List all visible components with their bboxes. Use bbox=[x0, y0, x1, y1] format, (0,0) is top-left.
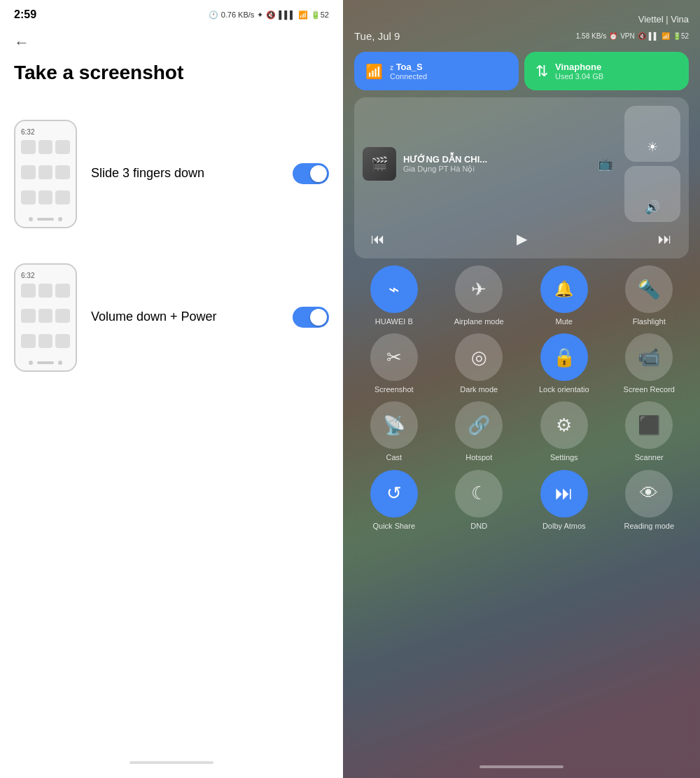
hotspot-button[interactable]: 🔗 bbox=[455, 401, 503, 449]
nav-bar bbox=[37, 361, 54, 364]
data-carrier-name: Vinaphone bbox=[555, 62, 603, 72]
screenshot-label: Screenshot bbox=[374, 385, 414, 394]
brightness-card[interactable]: ☀ bbox=[624, 106, 680, 162]
mockup-time-1: 6:32 bbox=[21, 128, 70, 136]
vpn-icon: VPN bbox=[620, 32, 635, 40]
settings-button[interactable]: ⚙ bbox=[540, 401, 588, 449]
ctrl-airplane: ✈ Airplane mode bbox=[440, 265, 519, 326]
screenshot-icon: ✂ bbox=[386, 347, 402, 368]
alarm-icon: ⏰ bbox=[609, 32, 617, 40]
option-label-2: Volume down + Power bbox=[91, 309, 279, 325]
ctrl-dnd: ☾ DND bbox=[440, 470, 519, 531]
app-icon bbox=[38, 190, 53, 204]
option-content-1: Slide 3 fingers down bbox=[91, 165, 279, 181]
mute-icon: 🔔 bbox=[554, 280, 573, 298]
cast-button[interactable]: 📡 bbox=[370, 401, 418, 449]
screenshot-button[interactable]: ✂ bbox=[370, 333, 418, 381]
status-bar: 2:59 🕐 0.76 KB/s ✦ 🔇 ▌▌▌ 📶 🔋52 bbox=[0, 0, 343, 27]
app-icon bbox=[38, 284, 53, 298]
controls-row2: ✂ Screenshot ◎ Dark mode 🔒 Lock orientat… bbox=[354, 333, 689, 394]
quickshare-button[interactable]: ↺ bbox=[370, 470, 418, 517]
ctrl-status-bar: Viettel | Vina bbox=[354, 14, 689, 25]
toggle-volpower[interactable] bbox=[293, 307, 329, 328]
bv-sliders: ☀ 🔊 bbox=[624, 106, 680, 222]
media-card: 🎬 HƯỚNG DẪN CHI... Gia Dụng PT Hà Nội 📺 … bbox=[354, 97, 689, 258]
app-icon bbox=[21, 165, 36, 179]
app-grid-2 bbox=[21, 284, 70, 356]
darkmode-button[interactable]: ◎ bbox=[455, 333, 503, 381]
dnd-button[interactable]: ☾ bbox=[455, 470, 503, 517]
ctrl-dolby: ⏭ Dolby Atmos bbox=[524, 470, 604, 531]
ctrl-quickshare: ↺ Quick Share bbox=[354, 470, 434, 531]
lockorientation-button[interactable]: 🔒 bbox=[540, 333, 588, 381]
scanner-icon: ⬛ bbox=[638, 415, 660, 436]
readingmode-label: Reading mode bbox=[624, 522, 674, 531]
flashlight-button[interactable]: 🔦 bbox=[625, 265, 673, 313]
data-tile-icon: ⇅ bbox=[536, 62, 548, 81]
option-slide3: 6:32 Slide 3 fingers down bbox=[0, 106, 343, 242]
app-icon bbox=[38, 334, 53, 348]
back-button[interactable]: ← bbox=[0, 27, 343, 55]
app-icon bbox=[55, 165, 70, 179]
data-tile[interactable]: ⇅ Vinaphone Used 3.04 GB bbox=[524, 52, 689, 90]
toggle-slide3[interactable] bbox=[293, 163, 329, 184]
ctrl-bluetooth: ⌁ HUAWEI B bbox=[354, 265, 434, 326]
dolby-icon: ⏭ bbox=[555, 482, 573, 504]
wifi-tile[interactable]: 📶 z Toa_S Connected bbox=[354, 52, 519, 90]
readingmode-button[interactable]: 👁 bbox=[625, 470, 673, 517]
darkmode-label: Dark mode bbox=[460, 385, 498, 394]
next-button[interactable]: ⏭ bbox=[650, 228, 680, 250]
lockorientation-icon: 🔒 bbox=[553, 347, 575, 368]
app-icon bbox=[21, 190, 36, 204]
app-icon bbox=[55, 334, 70, 348]
cast-label: Cast bbox=[386, 453, 402, 462]
media-info: HƯỚNG DẪN CHI... Gia Dụng PT Hà Nội bbox=[403, 154, 591, 174]
wifi-tile-icon: 📶 bbox=[365, 63, 383, 80]
left-panel: 2:59 🕐 0.76 KB/s ✦ 🔇 ▌▌▌ 📶 🔋52 ← Take a … bbox=[0, 0, 343, 778]
mute-button[interactable]: 🔔 bbox=[540, 265, 588, 313]
status-time: 2:59 bbox=[14, 8, 36, 21]
volume-icon: 🔊 bbox=[645, 200, 660, 215]
flashlight-label: Flashlight bbox=[633, 317, 666, 326]
ctrl-screenshot: ✂ Screenshot bbox=[354, 333, 434, 394]
ctrl-date: Tue, Jul 9 bbox=[354, 30, 400, 42]
nav-dot bbox=[29, 217, 33, 221]
app-icon bbox=[55, 284, 70, 298]
ctrl-date-row: Tue, Jul 9 1.58 KB/s ⏰ VPN 🔇 ▌▌ 📶 🔋52 bbox=[354, 30, 689, 42]
scanner-button[interactable]: ⬛ bbox=[625, 401, 673, 449]
bluetooth-button[interactable]: ⌁ bbox=[370, 265, 418, 313]
airplane-button[interactable]: ✈ bbox=[455, 265, 503, 313]
battery2-icon: 🔋52 bbox=[673, 32, 689, 40]
ctrl-hotspot: 🔗 Hotspot bbox=[440, 401, 519, 462]
ctrl-mute: 🔔 Mute bbox=[524, 265, 604, 326]
ctrl-status-icons: 1.58 KB/s ⏰ VPN 🔇 ▌▌ 📶 🔋52 bbox=[576, 32, 689, 40]
dolby-button[interactable]: ⏭ bbox=[540, 470, 588, 517]
scanner-label: Scanner bbox=[635, 453, 664, 462]
media-controls: ⏮ ▶ ⏭ bbox=[363, 228, 680, 250]
nav-dot bbox=[58, 217, 62, 221]
network-tiles: 📶 z Toa_S Connected ⇅ Vinaphone Used 3.0… bbox=[354, 52, 689, 90]
bluetooth-icon: ⌁ bbox=[388, 279, 400, 300]
ctrl-screenrecord: 📹 Screen Record bbox=[610, 333, 690, 394]
phone-mockup-2: 6:32 bbox=[14, 263, 77, 372]
media-title: HƯỚNG DẪN CHI... bbox=[403, 154, 591, 165]
brightness-icon: ☀ bbox=[647, 139, 658, 155]
volume-card[interactable]: 🔊 bbox=[624, 166, 680, 222]
prev-button[interactable]: ⏮ bbox=[363, 228, 393, 250]
nav-dot bbox=[29, 361, 33, 365]
play-button[interactable]: ▶ bbox=[508, 228, 536, 250]
wifi-tile-name: z Toa_S bbox=[390, 62, 427, 72]
media-thumbnail: 🎬 bbox=[363, 147, 396, 181]
screenrecord-button[interactable]: 📹 bbox=[625, 333, 673, 381]
app-icon bbox=[21, 334, 36, 348]
dolby-label: Dolby Atmos bbox=[542, 522, 586, 531]
ctrl-darkmode: ◎ Dark mode bbox=[440, 333, 519, 394]
media-top: 🎬 HƯỚNG DẪN CHI... Gia Dụng PT Hà Nội 📺 … bbox=[363, 106, 680, 222]
controls-row1: ⌁ HUAWEI B ✈ Airplane mode 🔔 Mute 🔦 bbox=[354, 265, 689, 326]
darkmode-icon: ◎ bbox=[471, 347, 487, 368]
media-artist: Gia Dụng PT Hà Nội bbox=[403, 165, 591, 174]
cast-icon[interactable]: 📺 bbox=[598, 156, 613, 172]
ctrl-readingmode: 👁 Reading mode bbox=[610, 470, 690, 531]
battery-icon: 🔋52 bbox=[311, 11, 329, 20]
quickshare-label: Quick Share bbox=[372, 522, 415, 531]
